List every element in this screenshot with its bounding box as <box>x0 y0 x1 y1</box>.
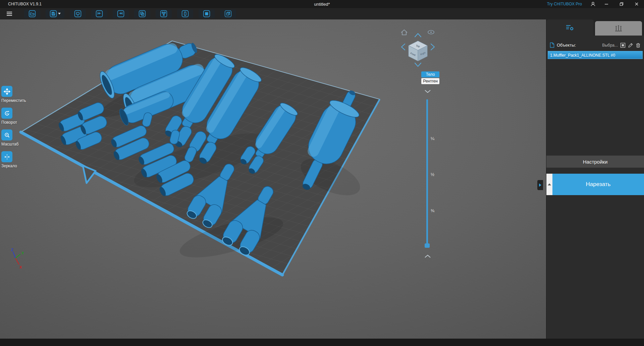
app-title: CHITUBOX V1.9.1 <box>0 2 42 6</box>
undo-icon <box>96 10 103 17</box>
render-mode-toggle: Тело Рентген <box>421 71 439 84</box>
delete-button[interactable] <box>636 43 641 48</box>
mirror-tool-label: Зеркало <box>1 164 34 168</box>
move-tool-label: Переместить <box>1 98 34 103</box>
redo-button[interactable] <box>113 9 129 18</box>
edit-icon <box>628 43 633 48</box>
support-icon <box>614 24 623 33</box>
tab-support[interactable] <box>595 21 642 36</box>
scale-icon <box>4 132 10 138</box>
object-item-name: 1.Muffler_Pack1_ALLINONE.STL #0 <box>550 53 615 58</box>
slider-collapse-icon[interactable] <box>423 89 432 94</box>
screenshot-icon <box>74 10 82 17</box>
open-file-button[interactable] <box>24 9 40 18</box>
home-view-button[interactable] <box>401 30 407 35</box>
rotate-tool-button[interactable] <box>1 108 12 119</box>
close-icon <box>635 2 639 6</box>
auto-arrange-icon <box>160 10 167 17</box>
rotate-right-arrow[interactable] <box>431 44 434 50</box>
select-all-button[interactable] <box>620 43 626 48</box>
try-pro-link[interactable]: Try CHITUBOX Pro <box>547 2 582 6</box>
slice-button[interactable]: Нарезать <box>552 174 644 195</box>
rotate-icon <box>4 110 10 117</box>
mirror-tool-button[interactable] <box>1 151 12 162</box>
view-cube[interactable]: Top Front Right <box>409 41 427 61</box>
viewport[interactable]: Top Front Right Z Y X <box>0 19 644 339</box>
panel-collapse-icon <box>539 183 541 187</box>
user-account-button[interactable] <box>587 0 599 8</box>
hollow-icon <box>181 10 189 17</box>
scale-tool-button[interactable] <box>1 129 12 140</box>
save-button[interactable] <box>46 9 64 18</box>
slice-options-expander[interactable] <box>546 174 552 195</box>
clip-slider-handle[interactable] <box>425 243 430 248</box>
auto-arrange-button[interactable] <box>156 9 172 18</box>
rotate-tool-label: Поворот <box>1 120 34 125</box>
clip-label-quarter: ¼ <box>431 136 434 141</box>
rotate-up-arrow[interactable] <box>415 34 421 37</box>
bottom-bar <box>0 339 644 346</box>
axis-x-label: X <box>19 265 22 269</box>
perspective-toggle-button[interactable] <box>428 31 434 34</box>
main-toolbar <box>0 8 644 19</box>
expander-up-icon <box>548 183 551 185</box>
resin-box-button[interactable] <box>220 9 236 18</box>
selected-hint: Выбра... <box>602 43 618 48</box>
objects-label: Объекты: <box>557 43 576 48</box>
clip-slider-track[interactable] <box>426 99 428 245</box>
rotate-down-arrow[interactable] <box>415 63 421 66</box>
save-dropdown-icon[interactable] <box>58 13 61 15</box>
clip-label-half: ½ <box>431 172 434 177</box>
slice-row: Нарезать <box>546 174 644 195</box>
mirror-icon <box>4 154 10 160</box>
user-icon <box>590 1 596 7</box>
copy-button[interactable] <box>134 9 150 18</box>
panel-collapse-handle[interactable] <box>537 180 543 190</box>
copy-icon <box>139 10 146 17</box>
axis-indicator: Z Y X <box>11 248 24 269</box>
file-icon <box>550 42 554 48</box>
settings-list-icon <box>565 23 575 32</box>
move-tool-button[interactable] <box>1 86 12 97</box>
panel-tabbar <box>546 19 644 36</box>
viewport-canvas[interactable]: Top Front Right Z Y X <box>0 19 546 339</box>
trash-icon <box>636 43 641 48</box>
clip-slider: ¼ ½ ¾ <box>421 89 436 268</box>
objects-header-row: Объекты: Выбра... <box>550 42 641 48</box>
dig-hole-button[interactable] <box>199 9 215 18</box>
left-tool-panel: Переместить Поворот Масштаб <box>1 86 34 173</box>
tab-settings[interactable] <box>546 19 594 36</box>
select-all-icon <box>620 43 626 48</box>
open-file-icon <box>29 10 36 17</box>
mode-body-button[interactable]: Тело <box>421 71 439 77</box>
mode-xray-button[interactable]: Рентген <box>421 78 439 84</box>
scale-tool-label: Масштаб <box>1 142 34 147</box>
right-panel: Объекты: Выбра... <box>546 19 644 339</box>
settings-button[interactable]: Настройки <box>546 156 644 168</box>
resin-box-icon <box>224 10 232 17</box>
close-button[interactable] <box>629 0 644 8</box>
restore-icon <box>620 2 624 6</box>
axis-z-label: Z <box>11 248 13 252</box>
minimize-icon <box>604 2 608 6</box>
axis-y-label: Y <box>21 251 24 255</box>
menu-button[interactable] <box>3 11 16 16</box>
menu-icon <box>6 11 12 16</box>
rotate-left-arrow[interactable] <box>401 44 405 50</box>
screenshot-button[interactable] <box>70 9 86 18</box>
undo-button[interactable] <box>91 9 107 18</box>
clip-label-three-quarter: ¾ <box>431 208 434 213</box>
redo-icon <box>117 10 124 17</box>
save-icon <box>50 10 57 17</box>
object-list-item[interactable]: 1.Muffler_Pack1_ALLINONE.STL #0 <box>548 51 643 59</box>
dig-hole-icon <box>203 10 210 17</box>
hollow-button[interactable] <box>177 9 193 18</box>
minimize-button[interactable] <box>599 0 614 8</box>
title-bar: CHITUBOX V1.9.1 untitled* Try CHITUBOX P… <box>0 0 644 8</box>
rename-button[interactable] <box>628 43 633 48</box>
restore-button[interactable] <box>614 0 629 8</box>
slider-expand-icon[interactable] <box>423 254 432 258</box>
move-icon <box>4 88 10 95</box>
